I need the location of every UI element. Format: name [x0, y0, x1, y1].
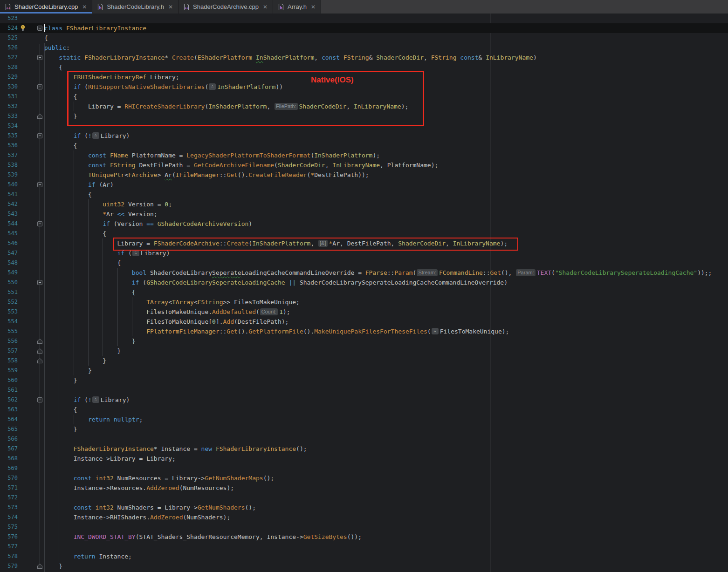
code-line[interactable]: public:	[44, 43, 70, 53]
code-line[interactable]: static FShaderLibraryInstance* Create(ES…	[44, 53, 537, 62]
line-number[interactable]: 559	[0, 366, 18, 375]
line-number[interactable]: 568	[0, 454, 18, 463]
line-number[interactable]: 531	[0, 92, 18, 102]
line-number[interactable]: 577	[0, 542, 18, 552]
line-number[interactable]: 548	[0, 258, 18, 268]
line-number[interactable]: 525	[0, 33, 18, 43]
code-line[interactable]: return Instance;	[44, 552, 132, 561]
line-number[interactable]: 573	[0, 503, 18, 512]
line-number[interactable]: 539	[0, 170, 18, 180]
line-number[interactable]: 575	[0, 522, 18, 532]
line-number[interactable]: 523	[0, 14, 18, 23]
code-line[interactable]: Instance->RHIShaders.AddZeroed(NumShader…	[44, 512, 230, 522]
line-number[interactable]: 561	[0, 385, 18, 395]
tab-ShaderCodeArchive.cpp[interactable]: ++ShaderCodeArchive.cpp✕	[179, 0, 273, 14]
line-number[interactable]: 560	[0, 375, 18, 385]
line-number[interactable]: 550	[0, 278, 18, 287]
code-line[interactable]: }	[44, 561, 62, 571]
line-number[interactable]: 570	[0, 473, 18, 483]
code-line[interactable]: {	[44, 190, 92, 199]
tab-close-icon[interactable]: ✕	[82, 4, 87, 10]
code-line[interactable]: FShaderLibraryInstance* Instance = new F…	[44, 444, 307, 454]
line-number[interactable]: 528	[0, 62, 18, 72]
line-number[interactable]: 564	[0, 415, 18, 424]
code-line[interactable]: FilesToMakeUnique[0].Add(DestFilePath);	[44, 317, 288, 327]
code-line[interactable]: const int32 NumShaders = Library->GetNum…	[44, 503, 256, 512]
code-line[interactable]: const int32 NumResources = Library->GetN…	[44, 473, 274, 483]
line-number[interactable]: 535	[0, 131, 18, 141]
code-line[interactable]: TArray<TArray<FString>> FilesToMakeUniqu…	[44, 297, 300, 307]
line-number[interactable]: 544	[0, 219, 18, 229]
fold-collapse-icon[interactable]	[37, 84, 42, 89]
code-editor[interactable]: 523524class FShaderLibraryInstance525{52…	[0, 14, 728, 572]
code-line[interactable]: if (Ar)	[44, 180, 114, 190]
fold-end-icon[interactable]	[37, 339, 42, 344]
fold-collapse-icon[interactable]	[37, 26, 42, 31]
line-number[interactable]: 543	[0, 209, 18, 219]
inline-ref-dots-icon[interactable]	[432, 328, 439, 334]
fold-collapse-icon[interactable]	[37, 397, 42, 402]
code-line[interactable]: }	[44, 336, 136, 346]
line-number[interactable]: 552	[0, 297, 18, 307]
tab-close-icon[interactable]: ✕	[263, 4, 268, 10]
line-number[interactable]: 557	[0, 346, 18, 356]
line-number[interactable]: 538	[0, 160, 18, 170]
code-line[interactable]: Library = FShaderCodeArchive::Create(InS…	[44, 238, 508, 248]
code-line[interactable]: }	[44, 346, 121, 356]
line-number[interactable]: 530	[0, 82, 18, 92]
code-line[interactable]: {	[44, 62, 62, 72]
code-line[interactable]: if (Library)	[44, 248, 170, 258]
code-line[interactable]: if (GShaderCodeLibrarySeperateLoadingCac…	[44, 278, 508, 287]
code-line[interactable]: {	[44, 287, 136, 297]
line-number[interactable]: 549	[0, 268, 18, 278]
line-number[interactable]: 555	[0, 327, 18, 336]
line-number[interactable]: 541	[0, 190, 18, 199]
line-number[interactable]: 558	[0, 356, 18, 366]
code-line[interactable]: FilesToMakeUnique.AddDefaulted(Count:1);	[44, 307, 290, 317]
line-number[interactable]: 524	[0, 23, 18, 33]
code-line[interactable]: const FString DestFilePath = GetCodeArch…	[44, 160, 438, 170]
line-number[interactable]: 574	[0, 512, 18, 522]
code-line[interactable]: TUniquePtr<FArchive> Ar(IFileManager::Ge…	[44, 170, 369, 180]
line-number[interactable]: 551	[0, 287, 18, 297]
line-number[interactable]: 556	[0, 336, 18, 346]
line-number[interactable]: 540	[0, 180, 18, 190]
code-line[interactable]: }	[44, 375, 77, 385]
line-number[interactable]: 578	[0, 552, 18, 561]
code-line[interactable]: if (RHISupportsNativeShaderLibraries(InS…	[44, 82, 283, 92]
line-number[interactable]: 546	[0, 238, 18, 248]
code-line[interactable]: if (!Library)	[44, 131, 130, 141]
inline-ref-dots-icon[interactable]	[92, 396, 99, 403]
fold-collapse-icon[interactable]	[37, 280, 42, 285]
code-line[interactable]: FRHIShaderLibraryRef Library;	[44, 72, 179, 82]
line-number[interactable]: 572	[0, 493, 18, 503]
tab-ShaderCodeLibrary.h[interactable]: hShaderCodeLibrary.h✕	[92, 0, 179, 14]
code-line[interactable]: class FShaderLibraryInstance	[44, 23, 146, 33]
line-number[interactable]: 529	[0, 72, 18, 82]
code-line[interactable]: {	[44, 92, 77, 102]
code-line[interactable]: bool ShaderCodeLibrarySeperateLoadingCac…	[44, 268, 712, 278]
line-number[interactable]: 547	[0, 248, 18, 258]
line-number[interactable]: 534	[0, 121, 18, 131]
fold-end-icon[interactable]	[37, 348, 42, 354]
line-number[interactable]: 527	[0, 53, 18, 62]
line-number[interactable]: 545	[0, 229, 18, 238]
code-line[interactable]: Instance->Library = Library;	[44, 454, 176, 463]
code-line[interactable]: INC_DWORD_STAT_BY(STAT_Shaders_ShaderRes…	[44, 532, 362, 542]
code-line[interactable]: FPlatformFileManager::Get().GetPlatformF…	[44, 327, 509, 336]
code-line[interactable]: }	[44, 424, 77, 434]
line-number[interactable]: 542	[0, 199, 18, 209]
fold-end-icon[interactable]	[37, 358, 42, 363]
line-number[interactable]: 569	[0, 463, 18, 473]
code-line[interactable]: *Ar << Version;	[44, 209, 158, 219]
line-number[interactable]: 562	[0, 395, 18, 405]
code-line[interactable]: Instance->Resources.AddZeroed(NumResourc…	[44, 483, 234, 493]
line-number[interactable]: 533	[0, 111, 18, 121]
tab-close-icon[interactable]: ✕	[168, 4, 173, 10]
code-line[interactable]: }	[44, 366, 92, 375]
line-number[interactable]: 553	[0, 307, 18, 317]
line-number[interactable]: 566	[0, 434, 18, 444]
tab-Array.h[interactable]: hArray.h✕	[273, 0, 321, 14]
tab-ShaderCodeLibrary.cpp[interactable]: ++ShaderCodeLibrary.cpp✕	[0, 0, 92, 14]
inline-ref-dots-icon[interactable]	[132, 250, 139, 256]
